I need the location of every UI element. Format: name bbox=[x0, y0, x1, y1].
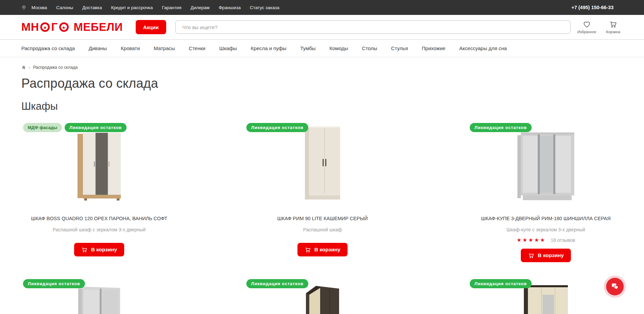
product-card: Ликвидация остатков bbox=[245, 279, 400, 314]
promos-button[interactable]: Акции bbox=[136, 20, 166, 34]
site-header: МН★Г★МЕБЕЛИ Акции Избранное Корзина bbox=[0, 15, 644, 40]
breadcrumb-separator: › bbox=[29, 65, 30, 70]
nav-item-hallways[interactable]: Прихожие bbox=[422, 45, 445, 51]
product-card: Ликвидация остатков bbox=[468, 279, 624, 314]
cart-button[interactable]: Корзина bbox=[604, 20, 623, 34]
cart-icon bbox=[609, 20, 617, 28]
product-rating: ★★★★★ 18 отзывов bbox=[516, 237, 575, 243]
nav-item-beds[interactable]: Кровати bbox=[121, 45, 140, 51]
product-image[interactable] bbox=[306, 284, 339, 314]
add-to-cart-button[interactable]: В корзину bbox=[297, 243, 348, 256]
product-image-rim-90[interactable] bbox=[305, 128, 340, 201]
product-card: Ликвидация остатков ШКАФ-КУПЕ 3-ДВЕРНЫЙ … bbox=[468, 123, 624, 262]
product-title[interactable]: ШКАФ-КУПЕ 3-ДВЕРНЫЙ РИМ-180 ШИНШИЛЛА СЕР… bbox=[481, 216, 610, 221]
nav-item-nightstands[interactable]: Тумбы bbox=[300, 45, 315, 51]
nav-item-sofas[interactable]: Диваны bbox=[89, 45, 107, 51]
logo-star-o-icon: ★ bbox=[59, 22, 69, 32]
nav-item-wardrobes[interactable]: Шкафы bbox=[219, 45, 237, 51]
add-to-cart-button[interactable]: В корзину bbox=[74, 243, 124, 256]
nav-item-armchairs[interactable]: Кресла и пуфы bbox=[251, 45, 286, 51]
product-image-boss-quadro[interactable] bbox=[77, 128, 121, 201]
add-to-cart-button[interactable]: В корзину bbox=[521, 249, 571, 262]
wardrobe-image bbox=[306, 284, 339, 314]
wardrobe-image bbox=[78, 284, 120, 314]
badge-clearance: Ликвидация остатков bbox=[246, 279, 308, 288]
topbar-link-salons[interactable]: Салоны bbox=[56, 5, 73, 10]
badge-mdf: МДФ фасады bbox=[23, 123, 62, 132]
logo-text-1: МН bbox=[21, 21, 39, 34]
badge-clearance: Ликвидация остатков bbox=[246, 123, 308, 132]
product-subtitle: Шкаф-купе с зеркалом 3-х дверный bbox=[507, 227, 585, 232]
favorites-button[interactable]: Избранное bbox=[577, 20, 596, 34]
product-card: МДФ фасады Ликвидация остатков ШКАФ BOSS… bbox=[21, 123, 177, 262]
product-grid: МДФ фасады Ликвидация остатков ШКАФ BOSS… bbox=[0, 123, 644, 314]
wardrobe-image bbox=[305, 126, 340, 201]
product-subtitle: Распашной шкаф bbox=[303, 227, 342, 232]
wardrobe-image bbox=[524, 284, 568, 314]
product-card: Ликвидация остатков bbox=[21, 279, 177, 314]
product-image-rim-180[interactable] bbox=[517, 128, 574, 201]
chat-widget-button[interactable] bbox=[604, 275, 626, 298]
category-nav: Распродажа со склада Диваны Кровати Матр… bbox=[0, 40, 644, 57]
badge-clearance: Ликвидация остатков bbox=[470, 123, 532, 132]
cart-icon bbox=[81, 247, 88, 253]
nav-item-dressers[interactable]: Комоды bbox=[330, 45, 348, 51]
wardrobe-image bbox=[77, 131, 121, 201]
topbar-link-dealers[interactable]: Дилерам bbox=[191, 5, 209, 10]
logo-text-3: МЕБЕЛИ bbox=[74, 21, 123, 34]
logo[interactable]: МН★Г★МЕБЕЛИ bbox=[21, 21, 123, 34]
product-card: Ликвидация остатков ШКАФ РИМ 90 LITE КАШ… bbox=[245, 123, 400, 262]
breadcrumb: › Распродажа со склада bbox=[0, 65, 644, 70]
topbar-link-order-status[interactable]: Статус заказа bbox=[250, 5, 279, 10]
product-image[interactable] bbox=[78, 284, 120, 314]
nav-item-sale[interactable]: Распродажа со склада bbox=[21, 45, 75, 51]
cart-icon bbox=[305, 247, 311, 253]
badge-clearance: Ликвидация остатков bbox=[470, 279, 532, 288]
product-title[interactable]: ШКАФ РИМ 90 LITE КАШЕМИР СЕРЫЙ bbox=[277, 216, 368, 221]
page-title: Распродажа со склада bbox=[0, 76, 644, 91]
topbar-link-credit[interactable]: Кредит и рассрочка bbox=[111, 5, 153, 10]
review-count: 18 отзывов bbox=[551, 237, 575, 243]
location-pin-icon bbox=[21, 5, 26, 10]
product-title[interactable]: ШКАФ BOSS QUADRO 120 ОРЕХ ПАРОНА, ВАНИЛЬ… bbox=[31, 216, 168, 221]
top-bar: Москва Салоны Доставка Кредит и рассрочк… bbox=[0, 0, 644, 15]
product-subtitle: Распашной шкаф с зеркалом 3-х дверный bbox=[53, 227, 146, 232]
heart-icon bbox=[583, 20, 591, 28]
topbar-link-city[interactable]: Москва bbox=[31, 5, 47, 10]
badge-clearance: Ликвидация остатков bbox=[23, 279, 85, 288]
breadcrumb-current: Распродажа со склада bbox=[33, 65, 78, 70]
nav-item-wall-units[interactable]: Стенки bbox=[189, 45, 205, 51]
product-image[interactable] bbox=[524, 284, 568, 314]
home-icon[interactable] bbox=[21, 65, 26, 70]
topbar-link-franchise[interactable]: Франшиза bbox=[219, 5, 241, 10]
nav-item-chairs[interactable]: Стулья bbox=[391, 45, 408, 51]
logo-star-o-icon: ★ bbox=[40, 22, 50, 32]
topbar-link-warranty[interactable]: Гарантия bbox=[162, 5, 181, 10]
search-input[interactable] bbox=[175, 20, 571, 34]
topbar-link-delivery[interactable]: Доставка bbox=[82, 5, 102, 10]
cart-label: Корзина bbox=[606, 30, 620, 34]
wardrobe-image bbox=[517, 131, 574, 201]
logo-text-2: Г bbox=[51, 21, 58, 34]
phone-number[interactable]: +7 (495) 150-66-33 bbox=[571, 5, 614, 10]
nav-item-mattresses[interactable]: Матрасы bbox=[154, 45, 175, 51]
badge-clearance: Ликвидация остатков bbox=[65, 123, 127, 132]
favorites-label: Избранное bbox=[577, 30, 596, 34]
nav-item-tables[interactable]: Столы bbox=[362, 45, 377, 51]
nav-item-sleep-accessories[interactable]: Аксессуары для сна bbox=[459, 45, 507, 51]
section-title: Шкафы bbox=[0, 101, 644, 112]
star-rating-icon: ★★★★★ bbox=[516, 237, 546, 243]
chat-icon bbox=[610, 282, 619, 291]
cart-icon bbox=[528, 252, 534, 259]
